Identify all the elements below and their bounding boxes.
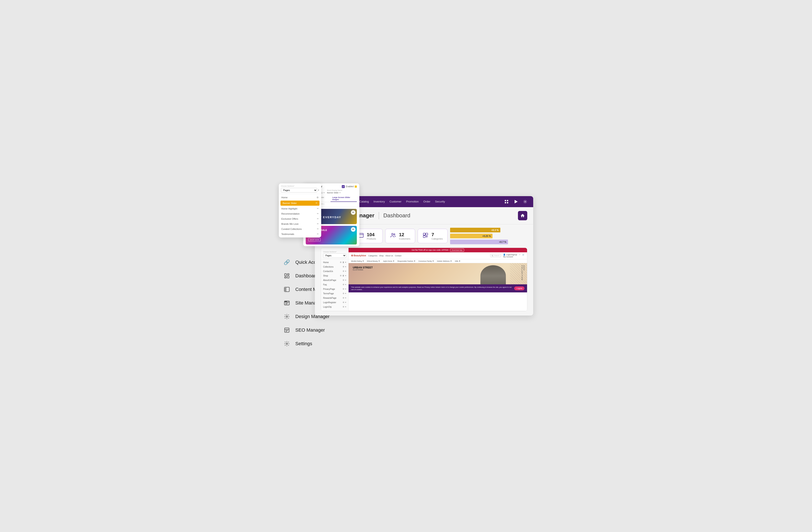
cms-item-rewardspage[interactable]: RewardsPage ⚙ ▾ (321, 296, 348, 300)
cms-item-loginotp[interactable]: LoginOtp ⚙ ▾ (321, 305, 348, 309)
edit-icon[interactable]: ✏ (317, 207, 319, 210)
chevron-icon[interactable]: ▾ (345, 261, 346, 263)
gear-icon[interactable]: ⚙ (343, 297, 344, 299)
hero-brand-text: URBAN STREET CLOTHING (353, 266, 373, 271)
bh-search-box[interactable]: Search (490, 254, 501, 257)
gear-icon[interactable]: ⚙ (343, 284, 344, 286)
chevron-icon[interactable]: ▾ (345, 279, 346, 281)
cms-item-loginregister[interactable]: LoginRegister ⚙ ▾ (321, 300, 348, 305)
edit-icon[interactable]: ✏ (317, 228, 319, 230)
edit-icon[interactable]: ✏ (317, 222, 319, 225)
stat-categories[interactable]: 7 Categories (418, 229, 448, 243)
trash-icon[interactable]: 🗑 (343, 275, 344, 277)
chevron-icon[interactable]: ▾ (345, 297, 346, 299)
nav-promotion[interactable]: Promotion (406, 200, 419, 203)
dropdown-chevron[interactable]: ▾ (318, 189, 319, 191)
bh-nav-shop[interactable]: Shop (379, 255, 383, 257)
sidebar-item-seo-manager[interactable]: SEO Manager (281, 323, 336, 337)
sections-list: Home ⚙ Banner Slider ✏ Home Highlight ✏ … (279, 194, 321, 238)
nav-customer[interactable]: Customer (390, 200, 401, 203)
cat-wellness[interactable]: Holistic Wellness ▼ (437, 260, 452, 262)
bh-account-icon[interactable]: 👤 Login/SignupMy Account (503, 254, 517, 258)
chevron-icon[interactable]: ▾ (345, 270, 346, 272)
sidebar-item-label: SEO Manager (295, 327, 325, 333)
section-item-home-highlight[interactable]: Home Highlight ✏ (279, 206, 321, 211)
bh-nav-categories[interactable]: Categories (368, 255, 378, 257)
gear-icon[interactable]: ⚙ (340, 261, 342, 263)
cat-mindful[interactable]: Mindful Eating ▼ (351, 260, 364, 262)
gear-icon[interactable]: ⚙ (343, 292, 344, 294)
chevron-icon[interactable]: ▾ (345, 284, 346, 286)
bh-nav-contact[interactable]: Contact (395, 255, 401, 257)
section-item-curated-collections[interactable]: Curated Collections ✏ (279, 227, 321, 232)
enabled-checkbox[interactable] (342, 185, 345, 188)
section-item-banner-slider[interactable]: Banner Slider ✏ (280, 201, 319, 206)
shop-now-btn[interactable]: SHOP NOW (308, 238, 321, 241)
settings-nav-icon[interactable] (522, 199, 528, 205)
block-ref-edit-icon[interactable]: ✏ (323, 192, 325, 194)
grid-icon[interactable] (504, 199, 509, 205)
cat-joyful[interactable]: Joyful Home ▼ (383, 260, 394, 262)
cms-preview: Get flat ₹500 off on App Use code: APP50… (349, 248, 527, 311)
chevron-icon[interactable]: ▾ (345, 288, 346, 290)
i-agree-button[interactable]: I Agree (514, 286, 524, 290)
bh-cart-icon[interactable]: 🛒 (522, 254, 524, 258)
section-item-home[interactable]: Home ⚙ (279, 195, 321, 200)
banner2-edit-button[interactable]: ✏ (351, 227, 356, 232)
large-screen-tab[interactable]: Large Screen Slider Images (331, 196, 357, 202)
chevron-icon[interactable]: ▾ (345, 292, 346, 294)
gear-icon[interactable]: ⚙ (343, 301, 344, 303)
choose-sections-label: Choose Sections* (323, 251, 346, 253)
gear-icon[interactable]: ⚙ (343, 306, 344, 308)
cms-item-aboutuspage[interactable]: AboutUsPage ⚙ ▾ (321, 278, 348, 283)
trash-icon[interactable]: 🗑 (343, 261, 344, 263)
section-item-brands-we-love[interactable]: Brands We Love ✏ (279, 221, 321, 227)
chevron-icon[interactable]: ▾ (345, 275, 346, 277)
cms-item-faq[interactable]: Faq ⚙ ▾ (321, 283, 348, 287)
svg-rect-2 (287, 276, 289, 278)
edit-icon[interactable]: ✏ (317, 233, 319, 235)
cat-fashion[interactable]: Responsible Fashion ▼ (397, 260, 416, 262)
gear-icon[interactable]: ⚙ (317, 196, 319, 199)
chevron-icon[interactable]: ▾ (345, 306, 346, 308)
chevron-icon[interactable]: ▾ (345, 301, 346, 303)
cms-item-home[interactable]: Home ⚙ 🗑 ▾ (321, 260, 348, 264)
home-button[interactable] (518, 211, 527, 220)
sidebar-item-settings[interactable]: Settings (281, 337, 336, 350)
gear-icon[interactable]: ⚙ (343, 288, 344, 290)
sections-pages-dropdown[interactable]: Pages (281, 188, 317, 192)
block-display-edit-icon[interactable]: ✏ (339, 192, 341, 194)
gear-icon[interactable]: ⚙ (343, 270, 344, 272)
nav-order[interactable]: Order (423, 200, 430, 203)
edit-icon[interactable]: ✏ (317, 213, 319, 215)
section-item-recommendation[interactable]: Recommendation ✏ (279, 211, 321, 216)
edit-icon[interactable]: ✏ (317, 218, 319, 220)
cms-item-collections[interactable]: Collections ⚙ ▾ (321, 264, 348, 269)
gear-icon[interactable]: ⚙ (340, 275, 342, 277)
bh-nav-about[interactable]: About Us (385, 255, 393, 257)
nav-catalog[interactable]: Catalog (359, 200, 369, 203)
section-item-exclusive-offers[interactable]: Exclusive Offers ✏ (279, 216, 321, 221)
nav-security[interactable]: Security (435, 200, 445, 203)
cms-item-privacypage[interactable]: PrivacyPage ⚙ ▾ (321, 287, 348, 291)
cms-item-termspage[interactable]: TermsPage ⚙ ▾ (321, 291, 348, 296)
edit-icon[interactable]: ✏ (316, 202, 317, 204)
chevron-icon[interactable]: ▾ (345, 266, 346, 268)
cat-gifts[interactable]: Gifts ▼ (455, 260, 461, 262)
download-app-button[interactable]: Download App (450, 248, 464, 252)
gear-icon[interactable]: ⚙ (343, 266, 344, 268)
bar-lavender: +0.7 % (450, 240, 508, 244)
pages-dropdown[interactable]: Pages (323, 254, 346, 258)
categories-icon (422, 232, 429, 240)
cat-family[interactable]: Conscious Family ▼ (419, 260, 434, 262)
bh-wishlist-icon[interactable]: ♡ (519, 254, 521, 258)
stat-customers[interactable]: 12 Customers (385, 229, 415, 243)
banner1-edit-button[interactable]: ✏ (351, 210, 356, 215)
cms-item-shop[interactable]: Shop ⚙ 🗑 ▾ (321, 274, 348, 278)
play-icon[interactable] (513, 199, 519, 205)
nav-inventory[interactable]: Inventory (374, 200, 385, 203)
section-item-testimonials[interactable]: Testimonials ✏ (279, 232, 321, 236)
cms-item-contactus[interactable]: ContactUs ⚙ ▾ (321, 269, 348, 274)
gear-icon[interactable]: ⚙ (343, 279, 344, 281)
cat-ethical[interactable]: Ethical Beauty ▼ (367, 260, 380, 262)
